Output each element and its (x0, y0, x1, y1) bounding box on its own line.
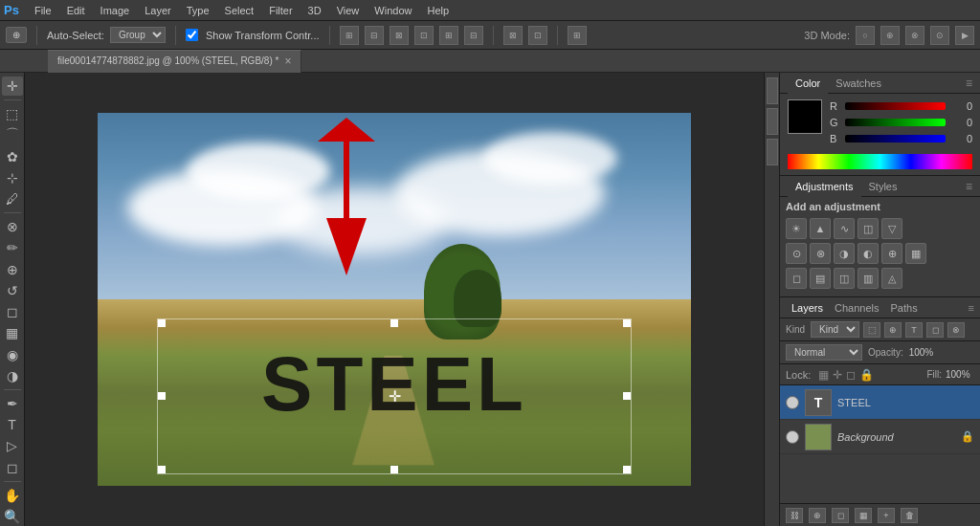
auto-select-dropdown[interactable]: Group (110, 27, 166, 43)
path-select-tool[interactable]: ▷ (2, 436, 23, 455)
g-slider[interactable] (845, 119, 946, 126)
vibrance-adj-icon[interactable]: ▽ (881, 218, 902, 239)
posterize-adj-icon[interactable]: ▤ (810, 268, 831, 289)
3d-option-3[interactable]: ⊗ (905, 26, 924, 45)
bw-adj-icon[interactable]: ◑ (834, 243, 855, 264)
filter-pixel-icon[interactable]: ⬚ (863, 322, 880, 338)
gradmap-adj-icon[interactable]: ▥ (858, 268, 879, 289)
3d-option-1[interactable]: ○ (856, 26, 875, 45)
panel-strip-icon-2[interactable] (767, 108, 778, 135)
hand-tool[interactable]: ✋ (2, 486, 23, 505)
type-tool[interactable]: T (2, 415, 23, 434)
levels-adj-icon[interactable]: ▲ (810, 218, 831, 239)
menu-filter[interactable]: Filter (261, 0, 300, 21)
layer-item-background[interactable]: 👁 Background 🔒 (780, 420, 980, 454)
clone-tool[interactable]: ⊕ (2, 260, 23, 279)
channelmix-adj-icon[interactable]: ⊕ (881, 243, 902, 264)
menu-layer[interactable]: Layer (137, 0, 179, 21)
align-bottom-icon[interactable]: ⊟ (464, 26, 483, 45)
add-style-icon[interactable]: ⊕ (809, 508, 826, 523)
align-top-icon[interactable]: ⊡ (414, 26, 434, 45)
tab-styles[interactable]: Styles (861, 176, 905, 197)
arrange-icon[interactable]: ⊞ (568, 26, 587, 45)
exposure-adj-icon[interactable]: ◫ (858, 218, 879, 239)
delete-layer-icon[interactable]: 🗑 (901, 508, 918, 523)
dodge-tool[interactable]: ◑ (2, 366, 23, 385)
menu-window[interactable]: Window (367, 0, 419, 21)
filter-type-icon[interactable]: T (905, 322, 923, 338)
panel-strip-icon-1[interactable] (767, 77, 778, 104)
handle-mid-right[interactable] (623, 392, 631, 400)
handle-bot-left[interactable] (158, 466, 166, 473)
colorbalance-adj-icon[interactable]: ⊗ (810, 243, 831, 264)
tab-color[interactable]: Color (788, 73, 828, 94)
dist-v-icon[interactable]: ⊡ (528, 26, 547, 45)
panel-strip-icon-3[interactable] (767, 139, 778, 165)
menu-edit[interactable]: Edit (59, 0, 93, 21)
link-layers-icon[interactable]: ⛓ (786, 508, 803, 523)
shape-tool[interactable]: ◻ (2, 457, 23, 476)
add-mask-icon[interactable]: ◻ (832, 508, 849, 523)
lock-artboard-icon[interactable]: ◻ (846, 368, 856, 382)
hsl-adj-icon[interactable]: ⊙ (786, 243, 807, 264)
menu-3d[interactable]: 3D (301, 0, 329, 21)
filter-smart-icon[interactable]: ⊗ (947, 322, 965, 338)
photofilter-adj-icon[interactable]: ◐ (858, 243, 879, 264)
b-slider[interactable] (845, 135, 946, 142)
tab-paths[interactable]: Paths (885, 297, 924, 318)
color-panel-menu[interactable]: ≡ (966, 77, 972, 90)
quick-select-tool[interactable]: ✿ (2, 147, 23, 166)
curves-adj-icon[interactable]: ∿ (834, 218, 855, 239)
brightness-adj-icon[interactable]: ☀ (786, 218, 807, 239)
blend-mode-select[interactable]: Normal (786, 344, 862, 361)
zoom-tool[interactable]: 🔍 (2, 507, 23, 526)
move-tool[interactable]: ✛ (2, 77, 23, 96)
marquee-tool[interactable]: ⬚ (2, 104, 23, 123)
eraser-tool[interactable]: ◻ (2, 302, 23, 321)
invert-adj-icon[interactable]: ◻ (786, 268, 807, 289)
threshold-adj-icon[interactable]: ◫ (834, 268, 855, 289)
lock-all-icon[interactable]: 🔒 (859, 368, 874, 382)
handle-bot-right[interactable] (623, 466, 631, 473)
blur-tool[interactable]: ◉ (2, 344, 23, 363)
align-center-v-icon[interactable]: ⊞ (439, 26, 458, 45)
menu-image[interactable]: Image (93, 0, 138, 21)
handle-top-left[interactable] (158, 319, 166, 327)
tab-swatches[interactable]: Swatches (828, 73, 889, 94)
handle-mid-left[interactable] (158, 392, 166, 400)
lock-position-icon[interactable]: ✛ (833, 368, 842, 382)
menu-type[interactable]: Type (179, 0, 217, 21)
colrlookup-adj-icon[interactable]: ▦ (905, 243, 926, 264)
history-brush-tool[interactable]: ↺ (2, 281, 23, 300)
align-left-icon[interactable]: ⊞ (340, 26, 359, 45)
menu-help[interactable]: Help (419, 0, 457, 21)
menu-file[interactable]: File (27, 0, 59, 21)
filter-adj-icon[interactable]: ⊕ (884, 322, 902, 338)
menu-select[interactable]: Select (217, 0, 262, 21)
layers-panel-menu[interactable]: ≡ (969, 302, 974, 314)
crop-tool[interactable]: ⊹ (2, 168, 23, 187)
3d-option-5[interactable]: ▶ (955, 26, 974, 45)
pen-tool[interactable]: ✒ (2, 394, 23, 413)
r-slider[interactable] (845, 102, 946, 110)
spot-heal-tool[interactable]: ⊗ (2, 217, 23, 236)
show-transform-checkbox[interactable] (186, 29, 198, 41)
color-spectrum-bar[interactable] (788, 154, 972, 169)
tab-close-button[interactable]: × (284, 50, 291, 73)
tab-layers[interactable]: Layers (786, 297, 829, 318)
gradient-tool[interactable]: ▦ (2, 323, 23, 342)
lasso-tool[interactable]: ⌒ (2, 125, 23, 144)
align-right-icon[interactable]: ⊠ (390, 26, 409, 45)
adj-panel-menu[interactable]: ≡ (966, 180, 972, 193)
new-layer-icon[interactable]: + (878, 508, 895, 523)
new-group-icon[interactable]: ▦ (855, 508, 872, 523)
eyedropper-tool[interactable]: 🖊 (2, 189, 23, 208)
lock-pixels-icon[interactable]: ▦ (818, 368, 829, 382)
handle-top-mid[interactable] (390, 319, 398, 327)
3d-option-4[interactable]: ⊙ (930, 26, 949, 45)
align-center-h-icon[interactable]: ⊟ (365, 26, 384, 45)
layer-visibility-steel[interactable]: 👁 (786, 396, 799, 409)
menu-view[interactable]: View (329, 0, 368, 21)
dist-h-icon[interactable]: ⊠ (503, 26, 523, 45)
layer-item-steel[interactable]: 👁 T STEEL (780, 385, 980, 420)
